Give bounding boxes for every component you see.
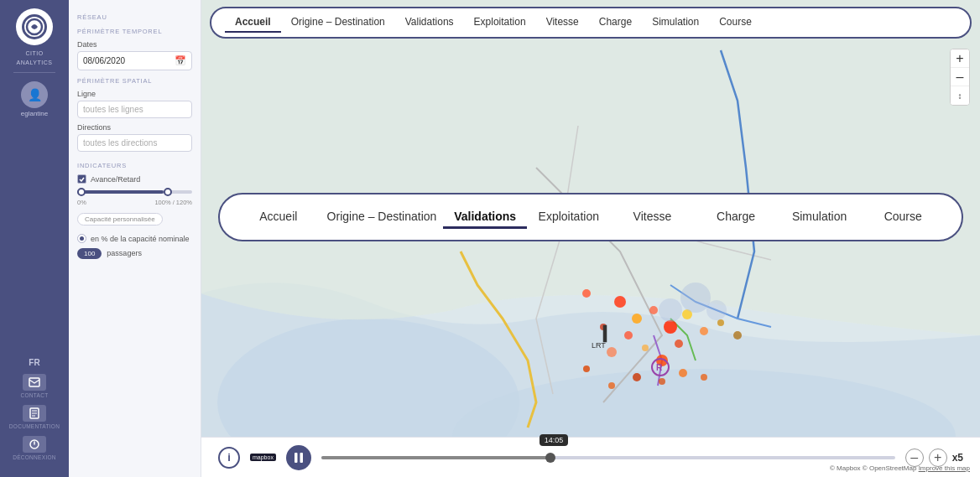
pause-icon (294, 452, 304, 464)
mapbox-credit: © Mapbox © OpenStreetMap Improve this ma… (830, 464, 970, 472)
deconnexion-button[interactable]: DÉCONNEXION (13, 436, 56, 460)
improve-map-link[interactable]: Improve this map (919, 464, 970, 472)
tab-exploitation[interactable]: Exploitation (464, 13, 536, 33)
capacity-tag: Capacité personnalisée (77, 213, 163, 226)
svg-point-24 (733, 331, 742, 340)
bottom-tab-exploitation[interactable]: Exploitation (527, 206, 611, 228)
slider-label-left: 0% (77, 199, 86, 206)
documentation-button[interactable]: DOCUMENTATION (9, 405, 60, 429)
svg-rect-39 (300, 453, 303, 463)
svg-point-31 (608, 382, 615, 389)
calendar-icon: 📅 (175, 55, 186, 66)
ligne-select[interactable]: toutes les lignes (77, 101, 192, 118)
perimetre-temporel-title: PÉRIMÈTRE TEMPOREL (77, 28, 192, 35)
slider-labels: 0% 100% / 120% (77, 199, 192, 206)
logo-inner (22, 14, 47, 39)
slider-label-right: 100% / 120% (154, 199, 192, 206)
svg-text:R: R (656, 363, 663, 372)
date-value: 08/06/2020 (83, 56, 125, 65)
mapbox-logo: mapbox (250, 454, 276, 461)
svg-point-33 (659, 378, 665, 385)
bottom-tab-accueil[interactable]: Accueil (237, 206, 321, 228)
svg-point-23 (717, 319, 724, 326)
bottom-tab-charge[interactable]: Charge (694, 206, 778, 228)
deconnexion-icon-box (23, 436, 46, 453)
tab-origine-destination[interactable]: Origine – Destination (281, 13, 395, 33)
pause-button[interactable] (286, 445, 311, 470)
dates-label: Dates (77, 40, 192, 49)
tab-accueil[interactable]: Accueil (225, 13, 281, 33)
timeline-thumb[interactable] (545, 453, 555, 463)
bottom-tab-simulation[interactable]: Simulation (778, 206, 862, 228)
timeline-fill (321, 456, 550, 459)
top-nav: Accueil Origine – Destination Validation… (210, 7, 972, 39)
contact-label: CONTACT (20, 392, 48, 398)
indicateurs-title: INDICATEURS (77, 162, 192, 169)
language-selector[interactable]: FR (29, 358, 39, 367)
slider-thumb-left[interactable] (77, 188, 86, 196)
time-badge: 14:05 (540, 434, 569, 446)
avatar-icon: 👤 (28, 88, 42, 101)
pct-capacity-label: en % de la capacité nominale (91, 235, 190, 243)
slider-track[interactable] (77, 190, 192, 194)
tab-vitesse[interactable]: Vitesse (536, 13, 589, 33)
zoom-out-button[interactable]: – (951, 68, 969, 86)
svg-point-35 (701, 374, 707, 381)
app-name-citio: CITIO (25, 50, 43, 56)
svg-point-11 (614, 296, 626, 308)
passagers-value: 100 (77, 248, 102, 259)
pct-capacity-row[interactable]: en % de la capacité nominale (77, 234, 192, 243)
passagers-label: passagers (107, 249, 142, 257)
zoom-fit-button[interactable]: ↕ (951, 86, 969, 105)
slider-container[interactable]: 0% 100% / 120% (77, 190, 192, 206)
svg-point-19 (607, 347, 617, 357)
svg-rect-38 (295, 453, 298, 463)
svg-point-20 (642, 345, 649, 351)
zoom-in-button[interactable]: + (951, 49, 969, 68)
app-logo (16, 8, 53, 45)
bottom-tab-vitesse[interactable]: Vitesse (611, 206, 695, 228)
svg-point-14 (664, 320, 677, 334)
svg-point-13 (649, 306, 658, 314)
slider-thumb-right[interactable] (164, 188, 172, 196)
username: eglantine (21, 110, 48, 117)
svg-point-12 (632, 314, 642, 324)
speed-value: x5 (952, 452, 963, 464)
tab-simulation[interactable]: Simulation (642, 13, 709, 33)
pct-capacity-radio[interactable] (77, 234, 86, 243)
svg-point-27 (706, 300, 727, 320)
svg-point-30 (583, 366, 590, 372)
slider-fill (77, 190, 164, 194)
ligne-label: Ligne (77, 90, 192, 98)
svg-rect-28 (603, 325, 607, 342)
svg-point-22 (675, 340, 683, 348)
tab-course[interactable]: Course (709, 13, 762, 33)
svg-point-18 (624, 331, 633, 340)
svg-point-34 (679, 369, 687, 377)
documentation-icon-box (23, 405, 46, 422)
svg-point-25 (680, 283, 711, 313)
sidebar-divider-1 (13, 72, 55, 73)
tab-charge[interactable]: Charge (589, 13, 642, 33)
date-input[interactable]: 08/06/2020 📅 (77, 51, 192, 70)
sidebar: CITIO ANALYTICS 👤 eglantine FR CONTACT D… (0, 0, 69, 477)
perimetre-spatial-title: PÉRIMÈTRE SPATIAL (77, 77, 192, 85)
directions-select[interactable]: toutes les directions (77, 134, 192, 152)
avance-retard-row[interactable]: Avance/Retard (77, 174, 192, 184)
reseau-section-title: RÉSEAU (77, 13, 192, 21)
timeline-track[interactable] (321, 456, 895, 459)
deconnexion-label: DÉCONNEXION (13, 454, 56, 460)
mapbox-logo-box: mapbox (250, 454, 276, 461)
map-zoom-controls: + – ↕ (950, 49, 970, 106)
svg-text:LRT: LRT (592, 341, 606, 350)
bottom-nav-overlay: Accueil Origine – Destination Validation… (218, 193, 963, 241)
bottom-tab-course[interactable]: Course (861, 206, 945, 228)
avance-retard-checkbox[interactable] (77, 174, 86, 184)
info-button[interactable]: i (218, 447, 240, 469)
bottom-tab-origine-destination[interactable]: Origine – Destination (321, 206, 444, 228)
avatar: 👤 (21, 81, 48, 108)
tab-validations[interactable]: Validations (395, 13, 464, 33)
bottom-tab-validations[interactable]: Validations (443, 206, 527, 229)
svg-point-10 (582, 289, 591, 298)
contact-button[interactable]: CONTACT (20, 374, 48, 398)
